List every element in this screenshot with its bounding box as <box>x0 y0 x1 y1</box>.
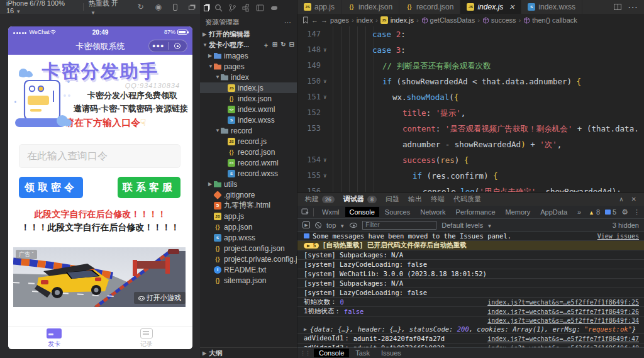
query-input[interactable] <box>19 144 180 168</box>
refresh-icon[interactable]: ↻ <box>137 3 143 11</box>
tree-item-index[interactable]: ▼index <box>200 72 297 82</box>
close-icon[interactable]: ✕ <box>509 3 514 11</box>
live-expression-icon[interactable] <box>350 223 357 228</box>
tree-item-index.wxml[interactable]: <>index.wxml <box>200 104 297 115</box>
warn-badge[interactable]: ▶ 5 <box>304 243 319 249</box>
tree-item-index.wxss[interactable]: Sindex.wxss <box>200 115 297 125</box>
tree-item-project.config.json[interactable]: {}project.config.json <box>200 243 297 254</box>
tree-item-record.js[interactable]: JSrecord.js <box>200 136 297 147</box>
bottom-tab-Task[interactable]: Task <box>350 349 375 357</box>
tree-item-utils[interactable]: ▶utils <box>200 179 297 189</box>
fold-chevron-icon[interactable]: ∨ <box>323 168 326 184</box>
message-count[interactable]: 5 <box>605 208 616 216</box>
ad-label-chip[interactable]: 广告 ˇ <box>16 250 37 259</box>
fold-chevron-icon[interactable]: ∨ <box>323 89 326 105</box>
more-actions-icon[interactable]: ⋯ <box>628 1 638 13</box>
open-minigame-chip[interactable]: 打开小游戏 <box>134 292 186 304</box>
npm-hand-icon[interactable] <box>270 4 278 12</box>
source-link[interactable]: index.js?t=wechat&s=…e5f2ffe7f1f8649f:34 <box>487 317 639 324</box>
code-line-155[interactable]: 155∨if (res.confirm) { <box>297 168 644 184</box>
record-icon[interactable]: ◉ <box>155 3 162 11</box>
code-line-151[interactable]: 151∨wx.showModal({ <box>297 89 644 105</box>
search-icon[interactable] <box>214 4 223 12</box>
panel-tab-调试器[interactable]: 调试器8 <box>343 194 377 204</box>
bottom-tab-Issues[interactable]: Issues <box>376 349 406 357</box>
tree-item-README.txt[interactable]: iREADME.txt <box>200 264 297 275</box>
panel-tab-代码质量[interactable]: 代码质量 <box>453 194 481 204</box>
multi-window-icon[interactable] <box>189 4 194 10</box>
drag-handle-icon[interactable]: ⋮⋮ <box>300 350 310 356</box>
code-line-149[interactable]: 149// 判断是否还有剩余观看次数 <box>297 58 644 74</box>
panel-tab-输出[interactable]: 输出 <box>408 194 422 204</box>
fold-chevron-icon[interactable]: ∨ <box>323 152 326 168</box>
tree-item-app.js[interactable]: JSapp.js <box>200 211 297 221</box>
tree-item-app.json[interactable]: {}app.json <box>200 221 297 232</box>
code-line-wrap[interactable]: adnumber - showRewardedAd) + '次', <box>297 137 644 152</box>
more-actions-icon[interactable]: ⋯ <box>284 18 292 26</box>
open-editors-section[interactable]: ▶ 打开的编辑器 <box>200 29 297 40</box>
outline-section[interactable]: ▶ 大纲 <box>200 347 297 358</box>
view-issues-link[interactable]: View issues <box>597 233 639 240</box>
more-vert-icon[interactable]: ⋮ <box>633 208 640 216</box>
settings-gear-icon[interactable]: ⚙ <box>621 208 628 216</box>
tree-item-.gitignore[interactable]: .gitignore <box>200 189 297 200</box>
warning-count[interactable]: ▲ 8 <box>589 208 600 216</box>
tabbar-item-记录[interactable]: 记录 <box>101 327 193 349</box>
tree-item-record.wxss[interactable]: Srecord.wxss <box>200 168 297 179</box>
tabbar-item-发卡[interactable]: 发卡 <box>8 327 101 349</box>
tab-app.js[interactable]: JSapp.js <box>297 0 341 14</box>
devtools-tab-Wxml[interactable]: Wxml <box>318 207 344 217</box>
console-object[interactable]: ▶{data: {…}, header: {…}, statusCode: 20… <box>297 325 644 334</box>
code-line-156[interactable]: 156console.log('用户点击确定', showRewardedAd)… <box>297 184 644 192</box>
device-selector[interactable]: iPhone 6/7/8 100% 16▼ <box>6 0 78 14</box>
editor-layout-icon[interactable] <box>256 4 264 12</box>
source-link[interactable]: index.js?t=wechat&s=…e5f2ffe7f1f8649f:26 <box>487 308 639 315</box>
devtools-tab-Network[interactable]: Network <box>416 207 450 217</box>
panel-tab-问题[interactable]: 问题 <box>386 194 399 204</box>
tree-item-record[interactable]: ▼record <box>200 125 297 136</box>
split-editor-icon[interactable] <box>614 4 621 10</box>
project-section[interactable]: ▼ 发卡小程序... ＋ ⊞ ↻ ⊟ <box>200 40 297 50</box>
tree-item-images[interactable]: ▶images <box>200 50 297 61</box>
code-line-150[interactable]: 150∨if (showRewardedAd < that.data.adnum… <box>297 74 644 89</box>
devtools-tab-Performance[interactable]: Performance <box>452 207 500 217</box>
phone-mode-icon[interactable] <box>173 4 177 11</box>
capsule-menu[interactable]: ●●● <box>148 40 187 52</box>
code-line-154[interactable]: 154∨success(res) { <box>297 152 644 168</box>
breadcrumb-symbol[interactable]: success <box>482 16 516 24</box>
collapse-all-icon[interactable]: ⊟ <box>289 41 294 50</box>
tree-item-index.js[interactable]: JSindex.js <box>200 82 297 93</box>
panel-tab-终端[interactable]: 终端 <box>431 194 445 204</box>
breadcrumb[interactable]: ←→pages›index›JSindex.js›getClassDatas›s… <box>297 14 644 26</box>
code-line-147[interactable]: 147case 2: <box>297 26 644 42</box>
get-code-button[interactable]: 领取密令 <box>19 177 83 198</box>
forward-arrow-icon[interactable]: → <box>321 16 328 24</box>
fold-chevron-icon[interactable]: ∨ <box>323 74 326 89</box>
hot-reload-toggle[interactable]: 热重载 开▼ <box>89 0 123 16</box>
panel-tab-构建[interactable]: 构建26 <box>305 194 335 204</box>
console-messages[interactable]: Some messages have been moved to the Iss… <box>297 232 644 348</box>
devtools-tab-Sources[interactable]: Sources <box>380 207 414 217</box>
new-folder-icon[interactable]: ⊞ <box>272 41 277 50</box>
tree-item-index.json[interactable]: {}index.json <box>200 93 297 104</box>
breadcrumb-symbol[interactable]: then() callback <box>523 16 577 24</box>
code-line-148[interactable]: 148∨case 3: <box>297 42 644 58</box>
tab-index.wxss[interactable]: Sindex.wxss <box>521 0 582 14</box>
breadcrumb-index[interactable]: index <box>357 16 373 24</box>
tree-item-sitemap.json[interactable]: {}sitemap.json <box>200 275 297 286</box>
git-branch-icon[interactable] <box>228 4 236 12</box>
tab-record.json[interactable]: {}record.json <box>399 0 460 14</box>
tab-index.js[interactable]: JSindex.js✕ <box>460 0 521 14</box>
files-icon[interactable] <box>204 4 209 11</box>
tree-item-九零博客.html[interactable]: 5九零博客.html <box>200 200 297 211</box>
new-file-icon[interactable]: ＋ <box>263 41 269 50</box>
extensions-icon[interactable] <box>242 4 250 12</box>
eval-context-icon[interactable]: ▶ <box>303 221 310 228</box>
refresh-explorer-icon[interactable]: ↻ <box>280 41 286 50</box>
expand-triangle-icon[interactable]: ▶ <box>304 327 307 332</box>
tree-item-pages[interactable]: ▼pages <box>200 61 297 72</box>
tree-item-record.json[interactable]: {}record.json <box>200 147 297 157</box>
minimize-target-icon[interactable] <box>169 43 187 49</box>
more-icon[interactable]: ●●● <box>149 43 168 49</box>
devtools-tab-»[interactable]: » <box>573 207 586 217</box>
